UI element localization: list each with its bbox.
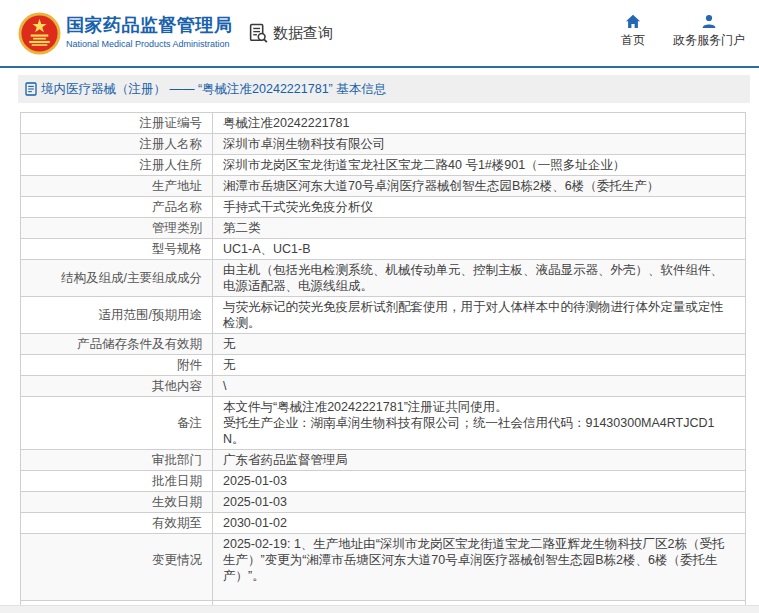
breadcrumb: 境内医疗器械（注册） —— “粤械注准20242221781” 基本信息 <box>18 75 750 103</box>
table-row: 生效日期 2025-01-03 <box>21 492 746 513</box>
nav-portal-label: 政务服务门户 <box>673 32 745 49</box>
row-label: 型号规格 <box>21 239 213 260</box>
row-value: 无 <box>213 355 746 376</box>
table-row: 批准日期 2025-01-03 <box>21 471 746 492</box>
row-label: 有效期至 <box>21 513 213 534</box>
row-label: 管理类别 <box>21 218 213 239</box>
top-nav: 首页 政务服务门户 <box>621 14 745 49</box>
row-value: 2025-01-03 <box>213 471 746 492</box>
table-row: 生产地址 湘潭市岳塘区河东大道70号卓润医疗器械创智生态园B栋2楼、6楼（委托生… <box>21 176 746 197</box>
breadcrumb-text: 境内医疗器械（注册） —— “粤械注准20242221781” 基本信息 <box>41 81 386 98</box>
org-title: 国家药品监督管理局 <box>66 14 233 36</box>
row-label: 注册人名称 <box>21 134 213 155</box>
row-label: 审批部门 <box>21 450 213 471</box>
org-subtitle: National Medical Products Administration <box>66 38 233 50</box>
row-label: 产品储存条件及有效期 <box>21 334 213 355</box>
table-row: 注册人名称 深圳市卓润生物科技有限公司 <box>21 134 746 155</box>
row-value: UC1-A、UC1-B <box>213 239 746 260</box>
data-query-button[interactable]: 数据查询 <box>248 20 333 46</box>
nav-portal[interactable]: 政务服务门户 <box>673 14 745 49</box>
table-row: 适用范围/预期用途 与荧光标记的荧光免疫层析试剂配套使用，用于对人体样本中的待测… <box>21 297 746 334</box>
table-row: 产品名称 手持式干式荧光免疫分析仪 <box>21 197 746 218</box>
row-value: 手持式干式荧光免疫分析仪 <box>213 197 746 218</box>
row-value: 与荧光标记的荧光免疫层析试剂配套使用，用于对人体样本中的待测物进行体外定量或定性… <box>213 297 746 334</box>
row-value: 粤械注准20242221781 <box>213 113 746 134</box>
registration-info-table-wrap: 注册证编号 粤械注准20242221781 注册人名称 深圳市卓润生物科技有限公… <box>20 112 746 613</box>
table-row: 有效期至 2030-01-02 <box>21 513 746 534</box>
table-row: 注册证编号 粤械注准20242221781 <box>21 113 746 134</box>
row-value: 由主机（包括光电检测系统、机械传动单元、控制主板、液晶显示器、外壳）、软件组件、… <box>213 260 746 297</box>
table-row: 备注 本文件与“粤械注准20242221781”注册证共同使用。 受托生产企业：… <box>21 397 746 450</box>
org-title-block: 国家药品监督管理局 National Medical Products Admi… <box>66 14 233 50</box>
row-label: 产品名称 <box>21 197 213 218</box>
table-row: 其他内容 \ <box>21 376 746 397</box>
national-emblem-icon <box>18 12 61 55</box>
table-row: 审批部门 广东省药品监督管理局 <box>21 450 746 471</box>
home-icon <box>625 14 641 29</box>
table-row: 产品储存条件及有效期 无 <box>21 334 746 355</box>
row-label: 附件 <box>21 355 213 376</box>
row-value: 第二类 <box>213 218 746 239</box>
row-label: 适用范围/预期用途 <box>21 297 213 334</box>
row-value: 无 <box>213 334 746 355</box>
table-row: 附件 无 <box>21 355 746 376</box>
row-label: 备注 <box>21 397 213 450</box>
main-content: 境内医疗器械（注册） —— “粤械注准20242221781” 基本信息 注册证… <box>0 68 759 613</box>
nav-home[interactable]: 首页 <box>621 14 645 49</box>
page-bottom-strip <box>0 605 759 613</box>
document-search-icon <box>248 23 269 44</box>
row-label: 批准日期 <box>21 471 213 492</box>
row-value: 本文件与“粤械注准20242221781”注册证共同使用。 受托生产企业：湖南卓… <box>213 397 746 450</box>
table-row: 注册人住所 深圳市龙岗区宝龙街道宝龙社区宝龙二路40 号1#楼901（一照多址企… <box>21 155 746 176</box>
row-label: 其他内容 <box>21 376 213 397</box>
nav-home-label: 首页 <box>621 32 645 49</box>
user-icon <box>701 14 717 29</box>
row-value: 2025-01-03 <box>213 492 746 513</box>
row-label: 生产地址 <box>21 176 213 197</box>
row-value: 湘潭市岳塘区河东大道70号卓润医疗器械创智生态园B栋2楼、6楼（委托生产） <box>213 176 746 197</box>
row-value: 深圳市龙岗区宝龙街道宝龙社区宝龙二路40 号1#楼901（一照多址企业） <box>213 155 746 176</box>
row-value: 广东省药品监督管理局 <box>213 450 746 471</box>
row-label: 注册证编号 <box>21 113 213 134</box>
row-value: 深圳市卓润生物科技有限公司 <box>213 134 746 155</box>
row-value: \ <box>213 376 746 397</box>
registration-info-table: 注册证编号 粤械注准20242221781 注册人名称 深圳市卓润生物科技有限公… <box>20 112 746 613</box>
table-row: 变更情况 2025-02-19: 1、生产地址由“深圳市龙岗区宝龙街道宝龙二路亚… <box>21 534 746 601</box>
table-row: 结构及组成/主要组成成分 由主机（包括光电检测系统、机械传动单元、控制主板、液晶… <box>21 260 746 297</box>
row-label: 结构及组成/主要组成成分 <box>21 260 213 297</box>
page-document-icon <box>25 82 37 96</box>
row-value: 2030-01-02 <box>213 513 746 534</box>
info-table-body: 注册证编号 粤械注准20242221781 注册人名称 深圳市卓润生物科技有限公… <box>21 113 746 613</box>
row-value: 2025-02-19: 1、生产地址由“深圳市龙岗区宝龙街道宝龙二路亚辉龙生物科… <box>213 534 746 601</box>
page-header: 国家药品监督管理局 National Medical Products Admi… <box>0 0 759 68</box>
row-label: 变更情况 <box>21 534 213 601</box>
row-label: 生效日期 <box>21 492 213 513</box>
row-label: 注册人住所 <box>21 155 213 176</box>
table-row: 管理类别 第二类 <box>21 218 746 239</box>
data-query-label: 数据查询 <box>273 24 333 43</box>
table-row: 型号规格 UC1-A、UC1-B <box>21 239 746 260</box>
